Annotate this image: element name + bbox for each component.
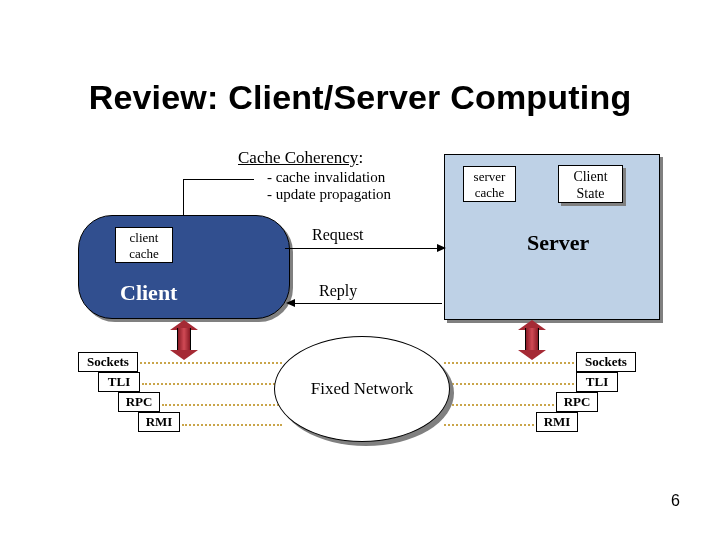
server-cache-box: server cache xyxy=(463,166,516,202)
stack-rpc: RPC xyxy=(556,392,598,412)
coherency-connector-horizontal xyxy=(183,179,254,180)
stack-rpc: RPC xyxy=(118,392,160,412)
client-state-box: Client State xyxy=(558,165,623,203)
dotted-connector xyxy=(182,424,282,426)
client-cache-l2: cache xyxy=(129,246,159,261)
arrow-shaft xyxy=(177,328,191,352)
stack-rmi: RMI xyxy=(138,412,180,432)
request-arrow-line xyxy=(285,248,440,249)
arrow-shaft xyxy=(525,328,539,352)
stack-tli: TLI xyxy=(98,372,140,392)
reply-arrow-line xyxy=(293,303,442,304)
request-label: Request xyxy=(312,226,364,244)
client-box xyxy=(78,215,290,319)
request-arrow-head xyxy=(437,244,446,252)
stack-tli: TLI xyxy=(576,372,618,392)
coherency-heading: Cache Coherency: xyxy=(238,148,363,168)
reply-arrow-head xyxy=(286,299,295,307)
coherency-heading-colon: : xyxy=(358,148,363,167)
stack-rmi: RMI xyxy=(536,412,578,432)
reply-label: Reply xyxy=(319,282,357,300)
client-label: Client xyxy=(120,280,177,306)
network-label: Fixed Network xyxy=(311,379,413,399)
dotted-connector xyxy=(444,424,534,426)
coherency-line-2: - update propagation xyxy=(267,186,391,203)
client-cache-box: client cache xyxy=(115,227,173,263)
dotted-connector xyxy=(162,404,282,406)
client-cache-l1: client xyxy=(130,230,159,245)
protocol-stack-right: Sockets TLI RPC RMI xyxy=(522,352,636,432)
protocol-stack-left: Sockets TLI RPC RMI xyxy=(78,352,180,432)
server-cache-l2: cache xyxy=(475,185,505,200)
coherency-connector-vertical xyxy=(183,179,184,217)
network-ellipse: Fixed Network xyxy=(274,336,450,442)
server-cache-l1: server xyxy=(474,169,506,184)
server-label: Server xyxy=(527,230,589,256)
stack-sockets: Sockets xyxy=(78,352,138,372)
coherency-line-1: - cache invalidation xyxy=(267,169,385,186)
coherency-heading-text: Cache Coherency xyxy=(238,148,358,167)
slide-title: Review: Client/Server Computing xyxy=(0,78,720,117)
client-state-l1: Client xyxy=(573,169,607,184)
client-state-l2: State xyxy=(577,186,605,201)
stack-sockets: Sockets xyxy=(576,352,636,372)
page-number: 6 xyxy=(671,492,680,510)
